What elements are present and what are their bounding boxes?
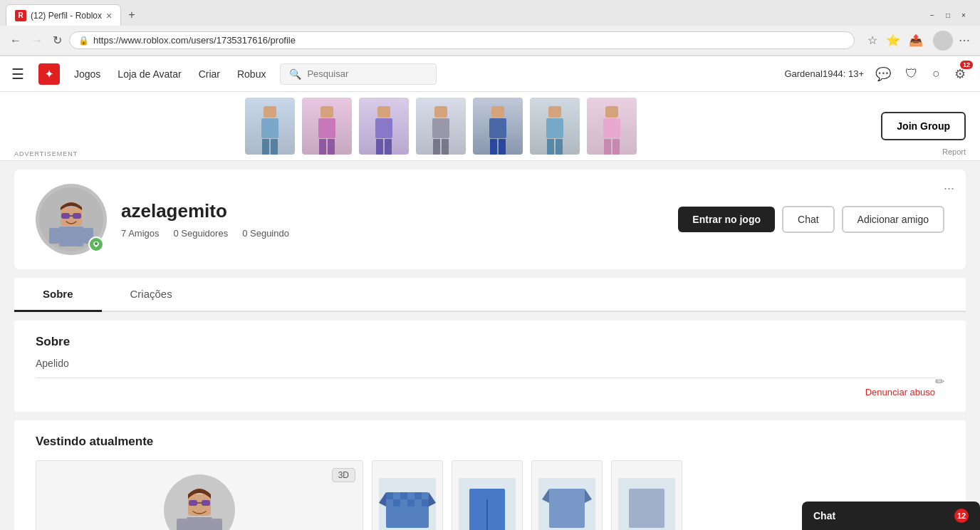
share-button[interactable]: 📤 xyxy=(906,31,926,50)
join-group-button[interactable]: Join Group xyxy=(881,112,966,140)
nav-jogos-link[interactable]: Jogos xyxy=(74,68,100,80)
figure-body xyxy=(603,118,620,138)
address-bar: ← → ↻ 🔒 https://www.roblox.com/users/173… xyxy=(0,26,980,56)
figure-legs xyxy=(433,139,449,155)
wearing-item-1[interactable] xyxy=(372,460,443,530)
settings-menu-button[interactable]: ⋯ xyxy=(956,31,973,50)
profile-stats: 7 Amigos 0 Seguidores 0 Seguindo xyxy=(121,228,664,239)
roblox-figure-2 xyxy=(318,106,335,155)
wearing-item-2[interactable] xyxy=(452,460,523,530)
ad-figure-6 xyxy=(530,98,580,155)
figure-head xyxy=(320,106,333,118)
figure-leg-right xyxy=(442,139,449,155)
figure-legs xyxy=(490,139,506,155)
friends-stat: 7 Amigos xyxy=(121,228,160,239)
nav-username: Gardenal1944: 13+ xyxy=(784,68,864,79)
chat-widget[interactable]: Chat 12 xyxy=(802,502,980,530)
ad-figure-5 xyxy=(473,98,523,155)
minimize-button[interactable]: − xyxy=(927,10,937,20)
edit-icon[interactable]: ✏ xyxy=(935,375,944,388)
ad-report-link[interactable]: Report xyxy=(942,147,966,156)
figure-leg-left xyxy=(376,139,383,155)
ad-banner: Join Group ADVERTISEMENT Report xyxy=(0,92,980,161)
nav-right: Gardenal1944: 13+ 💬 🛡 ○ ⚙ 12 xyxy=(784,63,969,85)
figure-body xyxy=(432,118,449,138)
browser-tab[interactable]: R (12) Perfil - Roblox × xyxy=(6,4,121,26)
3d-badge: 3D xyxy=(332,468,355,482)
figure-leg-right xyxy=(385,139,392,155)
figure-head xyxy=(434,106,447,118)
online-icon xyxy=(92,240,100,249)
report-abuse-link[interactable]: Denunciar abuso xyxy=(36,387,944,398)
user-area: ⋯ xyxy=(933,31,973,51)
close-button[interactable]: × xyxy=(959,10,969,20)
figure-leg-left xyxy=(604,139,611,155)
following-count: 0 xyxy=(242,228,247,239)
chat-messages-button[interactable]: 💬 xyxy=(872,63,894,85)
advertisement-label: ADVERTISEMENT xyxy=(14,150,78,157)
figure-legs xyxy=(262,139,278,155)
robux-button[interactable]: ○ xyxy=(929,63,943,84)
profile-username: azelagemito xyxy=(121,200,664,222)
figure-legs xyxy=(604,139,620,155)
join-game-button[interactable]: Entrar no jogo xyxy=(678,207,775,232)
figure-leg-right xyxy=(271,139,278,155)
chat-button[interactable]: Chat xyxy=(782,206,835,233)
collections-button[interactable]: ⭐ xyxy=(883,31,903,50)
ad-figures xyxy=(14,98,867,155)
shield-button[interactable]: 🛡 xyxy=(902,63,921,84)
wearing-item-4[interactable] xyxy=(611,460,682,530)
svg-rect-14 xyxy=(189,500,197,506)
figure-body xyxy=(546,118,563,138)
bookmark-star-button[interactable]: ☆ xyxy=(865,31,880,50)
logo-text: ✦ xyxy=(45,68,53,80)
wearing-item-3[interactable] xyxy=(531,460,603,530)
clothing-item-3-svg xyxy=(538,478,595,530)
roblox-figure-3 xyxy=(375,106,392,155)
new-tab-button[interactable]: + xyxy=(124,6,139,24)
figure-head xyxy=(491,106,504,118)
tab-criacoes[interactable]: Criações xyxy=(102,278,201,311)
search-bar[interactable]: 🔍 xyxy=(280,63,437,85)
ad-figure-1 xyxy=(245,98,295,155)
ad-figure-3 xyxy=(359,98,409,155)
nav-robux-link[interactable]: Robux xyxy=(237,68,266,80)
tab-close-button[interactable]: × xyxy=(106,10,112,21)
figure-leg-left xyxy=(319,139,326,155)
tab-sobre[interactable]: Sobre xyxy=(14,278,102,312)
svg-rect-15 xyxy=(202,500,210,506)
profile-info: azelagemito 7 Amigos 0 Seguidores 0 Segu… xyxy=(121,200,664,239)
about-section-title: Sobre xyxy=(36,335,944,349)
add-friend-button[interactable]: Adicionar amigo xyxy=(842,206,944,233)
hamburger-menu-button[interactable]: ☰ xyxy=(11,66,24,83)
nav-loja-link[interactable]: Loja de Avatar xyxy=(118,68,181,80)
roblox-figure-4 xyxy=(432,106,449,155)
followers-stat: 0 Seguidores xyxy=(174,228,229,239)
search-icon: 🔍 xyxy=(289,68,301,80)
figure-leg-left xyxy=(262,139,269,155)
svg-rect-29 xyxy=(549,489,585,528)
nav-criar-link[interactable]: Criar xyxy=(199,68,220,80)
profile-tabs: Sobre Criações xyxy=(14,278,966,312)
url-bar[interactable]: 🔒 https://www.roblox.com/users/173531761… xyxy=(69,31,855,49)
figure-leg-left xyxy=(433,139,440,155)
figure-head xyxy=(548,106,561,118)
clothing-item-4-svg xyxy=(618,478,675,530)
chat-count-badge: 12 xyxy=(954,509,969,523)
nickname-field-label: Apelido xyxy=(36,358,944,369)
more-options-button[interactable]: ··· xyxy=(944,181,954,196)
chat-widget-label: Chat xyxy=(813,510,835,521)
profile-actions: Entrar no jogo Chat Adicionar amigo xyxy=(678,206,944,233)
url-text: https://www.roblox.com/users/1735317616/… xyxy=(93,35,845,46)
ad-figure-4 xyxy=(416,98,466,155)
figure-body xyxy=(375,118,392,138)
search-input[interactable] xyxy=(307,68,427,79)
roblox-figure-7 xyxy=(603,106,620,155)
maximize-button[interactable]: □ xyxy=(943,10,953,20)
back-button[interactable]: ← xyxy=(7,31,24,50)
user-profile-button[interactable] xyxy=(933,31,953,51)
roblox-logo[interactable]: ✦ xyxy=(38,63,60,85)
refresh-button[interactable]: ↻ xyxy=(50,31,65,50)
svg-rect-24 xyxy=(422,499,429,506)
forward-button[interactable]: → xyxy=(28,31,46,50)
